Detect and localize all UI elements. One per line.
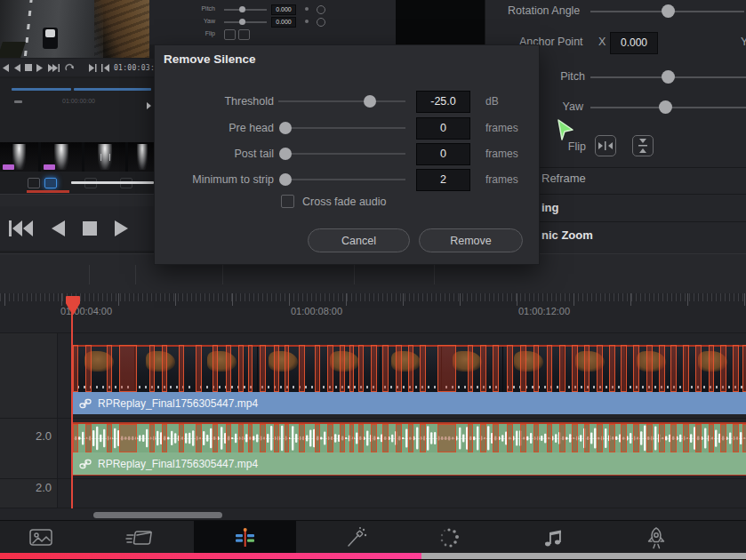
mini-yaw-value[interactable]: 0.000 (271, 17, 296, 28)
tab-icon[interactable] (28, 178, 40, 188)
video-clip[interactable]: RPReplay_Final1756305447.mp4 (71, 345, 746, 414)
mini-timeline[interactable]: 01:00:00:00 (0, 78, 154, 142)
jump-to-start-button[interactable] (9, 219, 34, 238)
reset-icon[interactable] (317, 5, 325, 14)
mini-pitch-row: Pitch 0.000 (149, 4, 396, 15)
mini-yaw-row: Yaw 0.000 (149, 17, 396, 28)
loop-icon[interactable] (64, 63, 74, 72)
pre-head-slider[interactable] (285, 127, 405, 129)
mini-yaw-thumb[interactable] (239, 19, 245, 25)
nav-fusion[interactable] (631, 521, 681, 554)
clip-badge (3, 164, 14, 170)
minimum-to-strip-slider[interactable] (285, 179, 405, 180)
cross-fade-audio-checkbox[interactable] (281, 195, 294, 208)
timeline-scrollbar-thumb[interactable] (93, 512, 222, 518)
pitch-label: Pitch (548, 70, 585, 83)
anchor-y-label: Y (741, 36, 746, 48)
yaw-label: Yaw (548, 100, 583, 113)
clip-badge (44, 164, 55, 170)
video-thumbnail (196, 347, 257, 392)
threshold-thumb[interactable] (364, 95, 376, 108)
video-thumbnail (441, 347, 502, 392)
prev-clip-icon[interactable] (101, 64, 109, 72)
post-tail-slider[interactable] (285, 153, 405, 155)
video-thumbnail (134, 347, 196, 392)
skip-forward-icon[interactable] (48, 64, 60, 72)
nav-magic-wand[interactable] (331, 521, 381, 554)
pre-head-label: Pre head (155, 122, 274, 134)
post-tail-value[interactable]: 0 (416, 143, 470, 165)
mini-scrollbar[interactable] (71, 181, 154, 184)
minimum-to-strip-thumb[interactable] (279, 173, 292, 186)
mini-pitch-label: Pitch (185, 5, 215, 12)
video-thumbnail (73, 347, 134, 392)
nav-edit-timeline[interactable] (221, 521, 270, 554)
viewer-tab-strip (0, 174, 154, 194)
stop-icon[interactable] (25, 64, 32, 71)
minimum-to-strip-value[interactable]: 2 (416, 169, 470, 191)
yaw-thumb[interactable] (659, 100, 672, 114)
reset-icon[interactable] (317, 18, 325, 27)
play-reverse-button[interactable] (50, 219, 66, 238)
mini-pitch-slider[interactable] (224, 9, 267, 11)
main-transport-bar (0, 206, 154, 251)
rotation-angle-thumb[interactable] (662, 4, 675, 18)
play-reverse-icon[interactable] (13, 64, 20, 72)
play-icon[interactable] (36, 64, 44, 72)
cancel-button[interactable]: Cancel (308, 228, 410, 252)
ruler-timecode: 01:00:08:00 (291, 306, 342, 316)
timeline-ruler[interactable]: 01:00:04:0001:00:08:0001:00:12:00 (0, 293, 746, 332)
minimum-to-strip-unit: frames (485, 173, 518, 186)
progress-played (0, 553, 421, 559)
post-tail-label: Post tail (155, 148, 274, 160)
mini-flip-horizontal-button[interactable] (224, 29, 236, 40)
dialog-title: Remove Silence (164, 52, 256, 66)
flip-horizontal-button[interactable] (595, 135, 616, 156)
stop-button[interactable] (82, 219, 98, 238)
threshold-slider[interactable] (278, 100, 405, 102)
nav-transitions[interactable] (424, 521, 474, 554)
anchor-x-value[interactable]: 0.000 (610, 32, 658, 54)
active-tab-icon[interactable] (44, 178, 57, 188)
magic-wand-icon (344, 526, 367, 549)
nav-media-pool[interactable] (16, 521, 66, 554)
section-cropping-partial[interactable]: ing (541, 201, 559, 214)
audio-clip-namebar[interactable]: RPReplay_Final1756305447.mp4 (73, 452, 746, 475)
audio-clip-name: RPReplay_Final1756305447.mp4 (98, 458, 258, 470)
step-back-icon[interactable] (2, 64, 9, 72)
mini-yaw-label: Yaw (185, 18, 215, 24)
nav-speed-editor[interactable] (116, 521, 165, 554)
pre-head-thumb[interactable] (279, 122, 292, 134)
section-reframe[interactable]: Reframe (541, 172, 586, 185)
mini-pitch-value[interactable]: 0.000 (271, 4, 296, 15)
bottom-navigation (0, 520, 746, 553)
mini-yaw-slider[interactable] (224, 21, 267, 23)
video-progress-bar[interactable] (0, 553, 746, 559)
filmstrip[interactable] (0, 142, 154, 172)
flip-horizontal-icon (598, 140, 613, 151)
timeline-scroll-strip (0, 508, 746, 520)
section-dynamic-zoom-partial[interactable]: nic Zoom (541, 228, 593, 242)
audio-clip[interactable]: RPReplay_Final1756305447.mp4 (71, 422, 746, 476)
keyframe-dot-icon[interactable] (305, 7, 309, 11)
remove-button[interactable]: Remove (419, 228, 523, 252)
nav-audio[interactable] (527, 521, 577, 554)
video-thumbnail (257, 347, 318, 392)
post-tail-thumb[interactable] (279, 148, 292, 160)
mini-pitch-thumb[interactable] (239, 6, 245, 12)
next-clip-icon[interactable] (89, 64, 97, 72)
car-image (43, 28, 58, 49)
flip-vertical-button[interactable] (632, 135, 654, 156)
pitch-thumb[interactable] (662, 70, 675, 84)
mini-flip-vertical-button[interactable] (238, 29, 250, 40)
mini-inspector-panel: Pitch 0.000 Yaw 0.000 Flip (149, 0, 396, 44)
viewer-transport-bar: 01:00:03:19 (0, 59, 154, 76)
spacer-strip (0, 194, 154, 207)
threshold-value[interactable]: -25.0 (416, 91, 470, 113)
keyframe-dot-icon[interactable] (305, 20, 309, 23)
filmstrip-frame (0, 142, 38, 172)
play-button[interactable] (114, 219, 130, 238)
mini-timeline-timecode: 01:00:00:00 (62, 98, 95, 104)
video-clip-namebar[interactable]: RPReplay_Final1756305447.mp4 (73, 392, 746, 414)
pre-head-value[interactable]: 0 (416, 117, 470, 140)
